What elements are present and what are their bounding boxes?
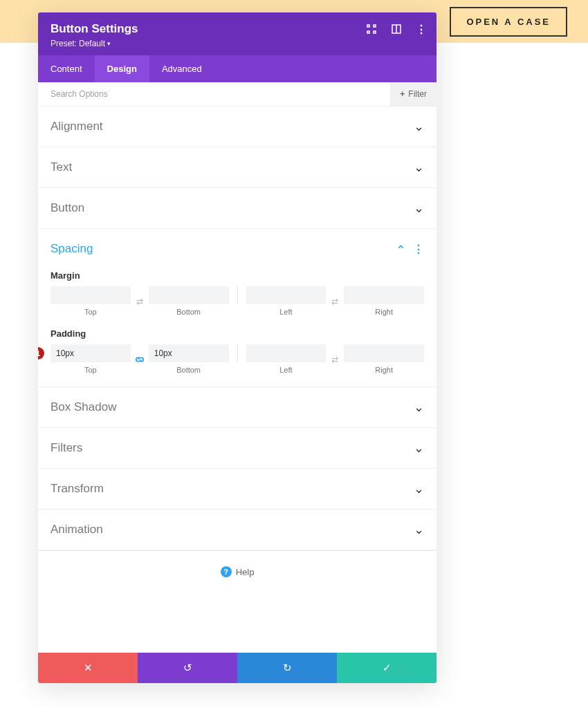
chevron-down-icon: ⌄ [414, 201, 424, 216]
caption-right: Right [344, 308, 424, 316]
check-icon: ✓ [383, 662, 392, 674]
search-row: Search Options + Filter [38, 82, 437, 106]
caption-top: Top [50, 308, 131, 316]
save-button[interactable]: ✓ [337, 653, 437, 683]
search-input[interactable]: Search Options [38, 82, 390, 106]
link-icon[interactable] [131, 355, 149, 364]
caption-top: Top [50, 366, 131, 374]
divider [237, 344, 238, 362]
kebab-menu-icon[interactable]: ⋮ [416, 24, 427, 35]
svg-rect-3 [374, 31, 376, 33]
padding-inputs: 1 Top Bottom [50, 344, 424, 374]
link-icon[interactable]: ⇄ [131, 297, 149, 306]
tab-design[interactable]: Design [95, 55, 149, 82]
section-title: Button [50, 201, 84, 215]
caption-bottom: Bottom [149, 366, 229, 374]
section-text[interactable]: Text ⌄ [38, 147, 437, 188]
cancel-button[interactable]: ✕ [38, 653, 138, 683]
open-a-case-button[interactable]: OPEN A CASE [450, 7, 567, 37]
chevron-down-icon: ⌄ [414, 481, 424, 496]
section-title: Alignment [50, 120, 103, 133]
help-button[interactable]: ? Help [221, 566, 255, 577]
spacing-body: Margin Top ⇄ Bottom [38, 270, 437, 387]
responsive-icon[interactable] [391, 24, 402, 35]
preset-value: Default [79, 39, 105, 48]
section-actions: ⌃ ⋮ [396, 241, 424, 257]
section-filters[interactable]: Filters ⌄ [38, 428, 437, 469]
margin-left-input[interactable] [246, 286, 327, 304]
caption-bottom: Bottom [149, 308, 229, 316]
section-title: Box Shadow [50, 400, 116, 414]
caption-right: Right [344, 366, 424, 374]
help-row: ? Help [38, 550, 437, 591]
chevron-up-icon: ⌃ [396, 243, 406, 258]
modal-header: Button Settings Preset: Default ▾ ⋮ [38, 12, 437, 55]
help-icon: ? [221, 566, 232, 577]
margin-right-input[interactable] [344, 286, 424, 304]
section-transform[interactable]: Transform ⌄ [38, 469, 437, 510]
help-label: Help [236, 567, 255, 577]
caption-left: Left [246, 366, 327, 374]
section-animation[interactable]: Animation ⌄ [38, 510, 437, 550]
redo-button[interactable]: ↻ [237, 653, 337, 683]
header-actions: ⋮ [366, 24, 427, 35]
tab-content[interactable]: Content [38, 55, 95, 82]
filter-button[interactable]: + Filter [390, 82, 437, 106]
margin-top-input[interactable] [50, 286, 131, 304]
padding-left-input[interactable] [246, 344, 327, 362]
close-icon: ✕ [84, 662, 93, 674]
modal-footer: ✕ ↺ ↻ ✓ [38, 653, 437, 683]
padding-top-input[interactable] [50, 344, 131, 362]
chevron-down-icon: ⌄ [414, 440, 424, 456]
padding-right-input[interactable] [344, 344, 424, 362]
tab-bar: Content Design Advanced [38, 55, 437, 82]
margin-inputs: Top ⇄ Bottom Left ⇄ [50, 286, 424, 316]
chevron-down-icon: ▾ [107, 40, 111, 47]
filter-label: Filter [408, 89, 427, 99]
svg-rect-0 [367, 25, 369, 27]
section-alignment[interactable]: Alignment ⌄ [38, 106, 437, 147]
preset-selector[interactable]: Preset: Default ▾ [50, 39, 424, 48]
link-icon[interactable]: ⇄ [326, 297, 344, 306]
button-settings-modal: Button Settings Preset: Default ▾ ⋮ Cont… [38, 12, 437, 683]
section-box-shadow[interactable]: Box Shadow ⌄ [38, 387, 437, 428]
section-title: Transform [50, 482, 104, 496]
link-icon[interactable]: ⇄ [326, 355, 344, 364]
padding-label: Padding [50, 328, 424, 339]
section-title: Spacing [50, 242, 93, 256]
svg-rect-2 [367, 31, 369, 33]
divider [237, 286, 238, 304]
section-spacing[interactable]: Spacing ⌃ ⋮ [38, 229, 437, 269]
tab-advanced[interactable]: Advanced [149, 55, 214, 82]
section-button[interactable]: Button ⌄ [38, 188, 437, 229]
undo-icon: ↺ [183, 662, 192, 674]
svg-rect-1 [374, 25, 376, 27]
chevron-down-icon: ⌄ [414, 522, 424, 537]
section-title: Filters [50, 441, 82, 455]
undo-button[interactable]: ↺ [138, 653, 237, 683]
preset-label: Preset: [50, 39, 77, 48]
redo-icon: ↻ [283, 662, 292, 674]
caption-left: Left [246, 308, 327, 316]
kebab-menu-icon[interactable]: ⋮ [413, 243, 424, 256]
padding-bottom-input[interactable] [149, 344, 229, 362]
chevron-down-icon: ⌄ [414, 119, 424, 134]
chevron-down-icon: ⌄ [414, 400, 424, 415]
chevron-down-icon: ⌄ [414, 160, 424, 175]
expand-icon[interactable] [366, 24, 377, 35]
margin-bottom-input[interactable] [149, 286, 229, 304]
sections-container: Alignment ⌄ Text ⌄ Button ⌄ Spacing ⌃ ⋮ … [38, 106, 437, 653]
margin-label: Margin [50, 270, 424, 281]
plus-icon: + [400, 89, 405, 99]
section-title: Animation [50, 523, 103, 537]
annotation-1: 1 [38, 347, 44, 360]
section-title: Text [50, 160, 72, 174]
